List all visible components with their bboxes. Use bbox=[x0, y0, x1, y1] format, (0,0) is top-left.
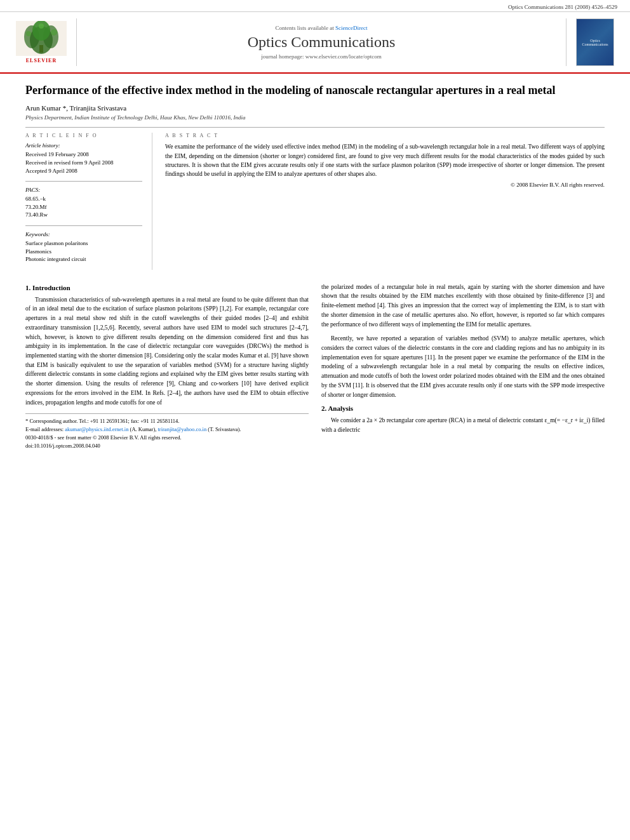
intro-para1: Transmission characteristics of sub-wave… bbox=[25, 295, 309, 408]
accepted-date: Accepted 9 April 2008 bbox=[25, 167, 142, 175]
cover-title-line2: Communications bbox=[582, 43, 608, 46]
pacs-group: PACS: 68.65.−k 73.20.Mf 73.40.Rw bbox=[25, 187, 142, 219]
svg-point-6 bbox=[26, 31, 31, 36]
history-title: Article history: bbox=[25, 142, 142, 149]
affiliation: Physics Department, Indian Institute of … bbox=[25, 114, 605, 121]
title-divider bbox=[25, 127, 605, 128]
keyword2: Plasmonics bbox=[25, 248, 142, 256]
email1-link[interactable]: akumar@physics.iitd.ernet.in bbox=[65, 426, 128, 432]
pacs2: 73.20.Mf bbox=[25, 203, 142, 211]
email2-name: (T. Srivastava). bbox=[208, 426, 241, 432]
journal-homepage: journal homepage: www.elsevier.com/locat… bbox=[261, 53, 381, 60]
keyword3: Photonic integrated circuit bbox=[25, 255, 142, 263]
journal-header: ELSEVIER Contents lists available at Sci… bbox=[0, 12, 630, 74]
abstract-label: A B S T R A C T bbox=[165, 133, 605, 138]
keywords-label: Keywords: bbox=[25, 231, 142, 237]
sciencedirect-link[interactable]: ScienceDirect bbox=[335, 25, 367, 31]
svg-point-8 bbox=[39, 23, 44, 29]
pacs-label: PACS: bbox=[25, 187, 142, 193]
analysis-para1: We consider a 2a × 2b rectangular core a… bbox=[321, 416, 605, 434]
doi-line1: 0030-4018/$ - see front matter © 2008 El… bbox=[25, 434, 309, 442]
info-divider2 bbox=[25, 225, 142, 226]
intro-para3: Recently, we have reported a separation … bbox=[321, 334, 605, 399]
revised-date: Received in revised form 9 April 2008 bbox=[25, 159, 142, 167]
authors: Arun Kumar *, Triranjita Srivastava bbox=[25, 104, 605, 112]
section2-heading: 2. Analysis bbox=[321, 404, 605, 412]
journal-title-section: Contents lists available at ScienceDirec… bbox=[76, 18, 566, 66]
citation-text: Optics Communications 281 (2008) 4526–45… bbox=[508, 4, 617, 10]
intro-para2: the polarized modes of a rectangular hol… bbox=[321, 283, 605, 330]
svg-point-7 bbox=[51, 29, 57, 36]
article-history: Article history: Received 19 February 20… bbox=[25, 142, 142, 175]
article-info-row: A R T I C L E I N F O Article history: R… bbox=[25, 133, 605, 269]
main-columns: 1. Introduction Transmission characteris… bbox=[25, 283, 605, 450]
corresponding-author: * Corresponding author. Tel.: +91 11 265… bbox=[25, 417, 309, 425]
pacs3: 73.40.Rw bbox=[25, 211, 142, 219]
cover-image: Optics Communications bbox=[576, 18, 614, 66]
info-divider1 bbox=[25, 181, 142, 182]
doi-line2: doi:10.1016/j.optcom.2008.04.040 bbox=[25, 442, 309, 450]
section1-heading: 1. Introduction bbox=[25, 284, 309, 291]
email1-name: (A. Kumar), bbox=[130, 426, 157, 432]
elsevier-logo-section: ELSEVIER bbox=[13, 18, 70, 66]
article-info-label: A R T I C L E I N F O bbox=[25, 133, 142, 138]
right-column: the polarized modes of a rectangular hol… bbox=[321, 283, 605, 450]
email-line: E-mail addresses: akumar@physics.iitd.er… bbox=[25, 425, 309, 434]
page: Optics Communications 281 (2008) 4526–45… bbox=[0, 0, 630, 840]
footnotes: * Corresponding author. Tel.: +91 11 265… bbox=[25, 413, 309, 450]
journal-name: Optics Communications bbox=[248, 34, 396, 51]
keyword1: Surface plasmon polaritons bbox=[25, 239, 142, 248]
article-title: Performance of the effective index metho… bbox=[25, 83, 605, 98]
abstract-column: A B S T R A C T We examine the performan… bbox=[165, 133, 605, 269]
copyright-notice: © 2008 Elsevier B.V. All rights reserved… bbox=[165, 181, 605, 190]
article-info-column: A R T I C L E I N F O Article history: R… bbox=[25, 133, 152, 269]
pacs1: 68.65.−k bbox=[25, 195, 142, 203]
abstract-text: We examine the performance of the widely… bbox=[165, 142, 605, 190]
left-column: 1. Introduction Transmission characteris… bbox=[25, 283, 309, 450]
elsevier-brand: ELSEVIER bbox=[26, 58, 57, 63]
keywords-group: Keywords: Surface plasmon polaritons Pla… bbox=[25, 231, 142, 263]
elsevier-tree-icon bbox=[16, 21, 67, 56]
article-content: Performance of the effective index metho… bbox=[0, 74, 630, 459]
received-date: Received 19 February 2008 bbox=[25, 150, 142, 159]
citation-bar: Optics Communications 281 (2008) 4526–45… bbox=[0, 0, 630, 12]
email2-link[interactable]: triranjita@yahoo.co.in bbox=[158, 426, 206, 432]
journal-cover: Optics Communications bbox=[573, 18, 617, 66]
sciencedirect-label: Contents lists available at ScienceDirec… bbox=[276, 25, 368, 31]
